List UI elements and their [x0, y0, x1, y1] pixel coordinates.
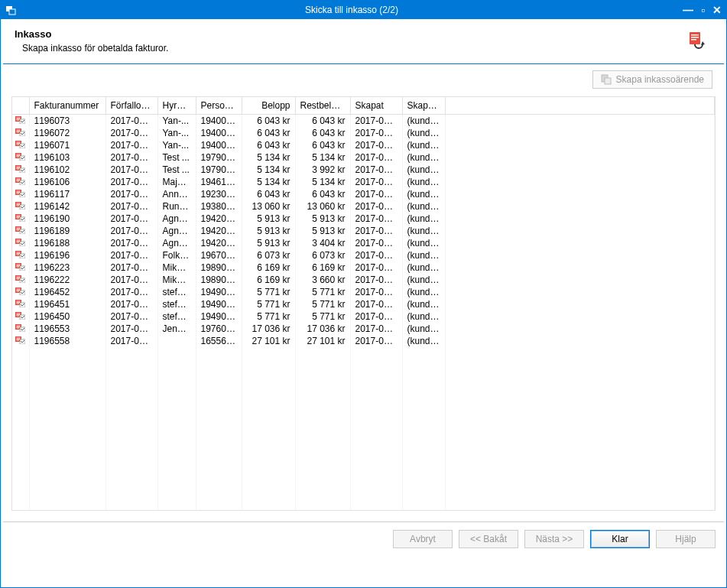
- cell-skapat-av: (kundad...: [402, 200, 445, 213]
- cell-skapat-av: (kundad...: [402, 262, 445, 274]
- table-row[interactable]: 11965532017-03-02Jens ...197609...17 036…: [12, 323, 715, 335]
- table-row[interactable]: 11960732017-03-02Yan-...194008...6 043 k…: [12, 115, 715, 128]
- cell-forfalloda: 2017-03-02: [105, 310, 157, 323]
- cell-forfalloda: 2017-03-02: [105, 262, 157, 274]
- cell-forfalloda: 2017-03-02: [105, 274, 157, 286]
- cell-skapat: 2017-07-04: [350, 139, 402, 151]
- table-row[interactable]: 11962222017-03-02Mikae...198909...6 169 …: [12, 274, 715, 286]
- col-fakturanummer[interactable]: Fakturanummer: [29, 97, 105, 115]
- row-icon: [12, 188, 29, 200]
- svg-rect-74: [17, 277, 21, 278]
- row-icon: [12, 335, 29, 347]
- invoice-table[interactable]: Fakturanummer Förfalloda... Hyres... Per…: [11, 96, 716, 511]
- cell-personnr: 198909...: [196, 262, 242, 274]
- svg-rect-66: [17, 255, 20, 255]
- cell-hyres: Agnet...: [157, 213, 196, 225]
- table-row[interactable]: 11964522017-03-02stefan...194901...5 771…: [12, 286, 715, 298]
- cell-personnr: 194008...: [196, 115, 242, 128]
- next-button[interactable]: Nästa >>: [524, 530, 584, 548]
- header-icon: [685, 28, 712, 56]
- svg-rect-5: [691, 39, 696, 41]
- cell-skapat-av: (kundad...: [402, 323, 445, 335]
- cell-fill: [445, 237, 715, 249]
- row-icon: [12, 237, 29, 249]
- cell-personnr: 194612...: [196, 176, 242, 188]
- cell-skapat: 2017-07-04: [350, 151, 402, 164]
- cell-forfalloda: 2017-03-02: [105, 200, 157, 213]
- table-row[interactable]: 11961032017-03-02Test ...197905...5 134 …: [12, 151, 715, 164]
- table-row[interactable]: 11961062017-03-02Maja ...194612...5 134 …: [12, 176, 715, 188]
- cell-restbelopp: 6 073 kr: [295, 249, 350, 262]
- cell-restbelopp: 5 134 kr: [295, 176, 350, 188]
- svg-rect-44: [17, 203, 21, 204]
- svg-rect-9: [17, 118, 21, 119]
- col-icon[interactable]: [12, 97, 29, 115]
- cell-skapat: 2017-07-04: [350, 274, 402, 286]
- table-row[interactable]: 11960712017-03-02Yan-...194008...6 043 k…: [12, 139, 715, 151]
- table-row[interactable]: 11961882017-03-02Agnet...194207...5 913 …: [12, 237, 715, 249]
- cell-forfalloda: 2017-03-02: [105, 139, 157, 151]
- cell-skapat: 2017-07-04: [350, 237, 402, 249]
- row-icon: [12, 262, 29, 274]
- table-row[interactable]: 11961962017-03-02Folke ...196706...6 073…: [12, 249, 715, 262]
- table-row[interactable]: 11961422017-03-02Rune ...193801...13 060…: [12, 200, 715, 213]
- row-icon: [12, 139, 29, 151]
- create-case-label: Skapa inkassoärende: [616, 74, 704, 85]
- back-button[interactable]: << Bakåt: [459, 530, 518, 548]
- cell-belopp: 13 060 kr: [242, 200, 295, 213]
- table-row[interactable]: 11961022017-03-02Test ...197905...5 134 …: [12, 164, 715, 176]
- cell-forfalloda: 2017-03-02: [105, 249, 157, 262]
- cell-hyres: Agnet...: [157, 237, 196, 249]
- row-icon: [12, 115, 29, 128]
- table-row[interactable]: 11960722017-03-02Yan-...194008...6 043 k…: [12, 127, 715, 139]
- cell-belopp: 5 771 kr: [242, 310, 295, 323]
- minimize-button[interactable]: —: [683, 5, 693, 15]
- cell-fill: [445, 225, 715, 237]
- maximize-button[interactable]: ▫: [701, 5, 705, 15]
- cell-skapat: 2017-07-04: [350, 176, 402, 188]
- table-row[interactable]: 11964512017-03-02stefan...194901...5 771…: [12, 298, 715, 310]
- svg-rect-14: [17, 130, 21, 131]
- cell-fill: [445, 200, 715, 213]
- cell-hyres: Yan-...: [157, 139, 196, 151]
- cell-skapat-av: (kundad...: [402, 115, 445, 128]
- svg-rect-2: [690, 32, 700, 44]
- close-button[interactable]: ✕: [712, 5, 722, 15]
- col-hyres[interactable]: Hyres...: [157, 97, 196, 115]
- col-forfalloda[interactable]: Förfalloda...: [105, 97, 157, 115]
- empty-row: [12, 421, 715, 433]
- col-restbelopp[interactable]: Restbelopp: [295, 97, 350, 115]
- empty-row: [12, 433, 715, 445]
- create-case-button[interactable]: Skapa inkassoärende: [592, 70, 712, 89]
- done-button[interactable]: Klar: [590, 530, 650, 548]
- svg-rect-24: [17, 154, 21, 155]
- cell-restbelopp: 5 771 kr: [295, 298, 350, 310]
- cell-hyres: Mikae...: [157, 262, 196, 274]
- col-personnr[interactable]: Personnr: [196, 97, 242, 115]
- svg-rect-11: [17, 120, 20, 121]
- table-row[interactable]: 11961892017-03-02Agnet...194207...5 913 …: [12, 225, 715, 237]
- help-button[interactable]: Hjälp: [656, 530, 716, 548]
- cell-personnr: 193801...: [196, 200, 242, 213]
- table-row[interactable]: 11965582017-03-02165567...27 101 kr27 10…: [12, 335, 715, 347]
- table-row[interactable]: 11962232017-03-02Mikae...198909...6 169 …: [12, 262, 715, 274]
- cell-restbelopp: 5 134 kr: [295, 151, 350, 164]
- table-row[interactable]: 11961172017-03-02Ann-C...192303...6 043 …: [12, 188, 715, 200]
- col-skapat[interactable]: Skapat: [350, 97, 402, 115]
- table-row[interactable]: 11961902017-03-02Agnet...194207...5 913 …: [12, 213, 715, 225]
- svg-rect-94: [17, 326, 21, 326]
- col-skapat-av[interactable]: Skapat av: [402, 97, 445, 115]
- svg-rect-81: [17, 291, 20, 292]
- cell-forfalloda: 2017-03-02: [105, 164, 157, 176]
- table-row[interactable]: 11964502017-03-02stefan...194901...5 771…: [12, 310, 715, 323]
- cell-fakturanummer: 1196553: [29, 323, 105, 335]
- cell-hyres: Maja ...: [157, 176, 196, 188]
- cell-restbelopp: 3 660 kr: [295, 274, 350, 286]
- cancel-button[interactable]: Avbryt: [393, 530, 453, 548]
- col-belopp[interactable]: Belopp: [242, 97, 295, 115]
- cell-personnr: 194901...: [196, 310, 242, 323]
- table-header[interactable]: Fakturanummer Förfalloda... Hyres... Per…: [12, 97, 715, 115]
- cell-hyres: Test ...: [157, 151, 196, 164]
- table-body[interactable]: 11960732017-03-02Yan-...194008...6 043 k…: [12, 115, 715, 512]
- cell-fakturanummer: 1196451: [29, 298, 105, 310]
